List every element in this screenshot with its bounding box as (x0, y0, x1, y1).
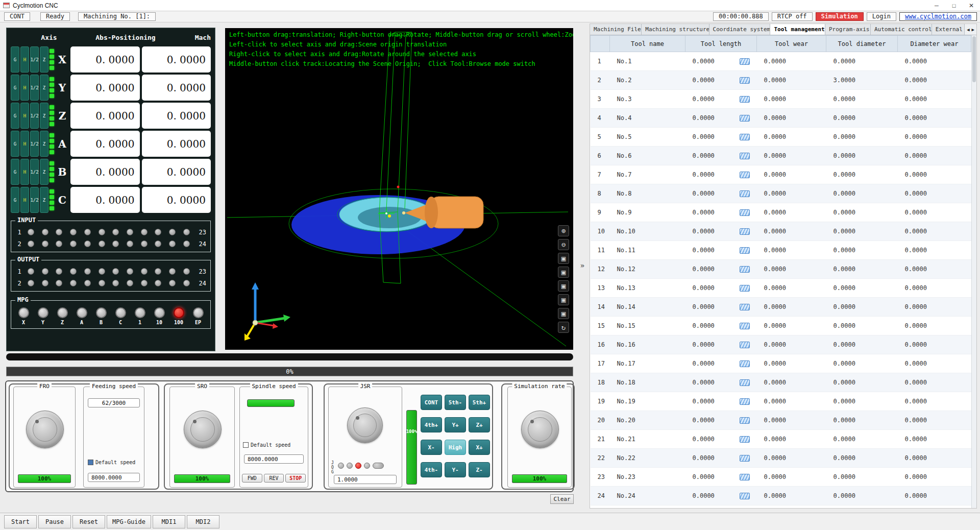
axis-mode-button-1-2[interactable]: 1/2 (30, 159, 39, 185)
jog-button-xplus[interactable]: X+ (469, 440, 490, 455)
panel-splitter[interactable]: » (578, 23, 586, 508)
simulation-rate-knob[interactable] (521, 411, 559, 448)
tab-prev-icon[interactable]: ◀ (966, 26, 970, 33)
tool-table-row[interactable]: 5No.50.00000.00000.00000.0000 (591, 128, 971, 147)
jog-button-cont[interactable]: CONT (421, 395, 442, 410)
measure-icon[interactable] (740, 417, 750, 424)
jog-button-4thminus[interactable]: 4th- (421, 462, 442, 477)
measure-icon[interactable] (740, 58, 750, 65)
axis-mode-button-g[interactable]: G (11, 131, 19, 157)
simulation-button[interactable]: Simulation (816, 12, 864, 21)
tool-table-row[interactable]: 17No.170.00000.00000.00000.0000 (591, 354, 971, 373)
axis-mode-button-g[interactable]: G (11, 159, 19, 185)
mdi1-button[interactable]: MDI1 (153, 515, 185, 528)
zoom-in-icon[interactable]: ⊕ (558, 225, 569, 236)
measure-icon[interactable] (740, 247, 750, 254)
jsr-knob[interactable] (347, 407, 383, 443)
axis-mode-button-z[interactable]: Z (40, 103, 48, 129)
tab-coordinate-system[interactable]: Coordinate system (709, 24, 771, 35)
tool-table-row[interactable]: 8No.80.00000.00000.00000.0000 (591, 184, 971, 203)
axis-mode-button-z[interactable]: Z (40, 131, 48, 157)
axis-mode-button-1-2[interactable]: 1/2 (30, 187, 39, 213)
mpg-button-a[interactable]: A (74, 307, 90, 325)
pause-button[interactable]: Pause (38, 515, 71, 528)
measure-icon[interactable] (740, 228, 750, 235)
spindle-default-checkbox[interactable] (243, 442, 249, 448)
axis-mode-button-h[interactable]: H (20, 103, 29, 129)
jsr-step-value[interactable]: 1.0000 (334, 475, 397, 484)
mpg-button-100[interactable]: 100 (170, 307, 187, 325)
table-scrollbar-thumb[interactable] (972, 36, 976, 82)
measure-icon[interactable] (740, 96, 750, 103)
copy-icon[interactable]: ▣ (558, 294, 569, 305)
jog-button-high[interactable]: High (445, 440, 466, 455)
start-button[interactable]: Start (4, 515, 37, 528)
mpg-button-x[interactable]: X (15, 307, 32, 325)
axis-mode-button-h[interactable]: H (20, 46, 29, 73)
mpg-button-1[interactable]: 1 (132, 307, 148, 325)
axis-mode-button-1-2[interactable]: 1/2 (30, 75, 39, 101)
tool-table-row[interactable]: 20No.200.00000.00000.00000.0000 (591, 411, 971, 430)
tool-table-row[interactable]: 13No.130.00000.00000.00000.0000 (591, 279, 971, 298)
tab-machining-structure[interactable]: Machining structure (642, 24, 709, 35)
jog-button-xminus[interactable]: X- (421, 440, 442, 455)
maximize-icon[interactable]: □ (945, 0, 963, 11)
measure-icon[interactable] (740, 285, 750, 292)
spindle-rev-button[interactable]: REV (264, 474, 284, 483)
tool-table-row[interactable]: 12No.120.00000.00000.00000.0000 (591, 260, 971, 279)
measure-icon[interactable] (740, 266, 750, 273)
measure-icon[interactable] (740, 134, 750, 140)
jog-button-yplus[interactable]: Y+ (445, 417, 466, 432)
tab-tool-management[interactable]: Tool management (770, 24, 825, 35)
measure-icon[interactable] (740, 304, 750, 310)
mpg-button-y[interactable]: Y (35, 307, 51, 325)
tool-table-row[interactable]: 19No.190.00000.00000.00000.0000 (591, 392, 971, 411)
axis-mode-button-1-2[interactable]: 1/2 (30, 46, 39, 73)
measure-icon[interactable] (740, 474, 750, 480)
mpg-button-z[interactable]: Z (54, 307, 70, 325)
mpg-button-c[interactable]: C (112, 307, 129, 325)
fro-knob[interactable] (26, 411, 64, 448)
feeding-default-value[interactable]: 8000.0000 (88, 473, 140, 482)
mpg-button-ep[interactable]: EP (190, 307, 206, 325)
jog-button-4thplus[interactable]: 4th+ (421, 417, 442, 432)
axis-mode-button-g[interactable]: G (11, 75, 19, 101)
measure-icon[interactable] (740, 455, 750, 462)
tool-table-row[interactable]: 4No.40.00000.00000.00000.0000 (591, 109, 971, 128)
axis-mode-button-h[interactable]: H (20, 187, 29, 213)
tool-table-row[interactable]: 3No.30.00000.00000.00000.0000 (591, 90, 971, 109)
axis-mode-button-h[interactable]: H (20, 159, 29, 185)
login-button[interactable]: Login (867, 12, 896, 21)
spindle-fwd-button[interactable]: FWD (242, 474, 262, 483)
measure-icon[interactable] (740, 190, 750, 197)
feeding-default-checkbox[interactable] (88, 460, 93, 465)
axis-mode-button-z[interactable]: Z (40, 187, 48, 213)
spindle-default-value[interactable]: 8000.0000 (244, 454, 304, 464)
axis-mode-button-1-2[interactable]: 1/2 (30, 131, 39, 157)
tool-table-row[interactable]: 9No.90.00000.00000.00000.0000 (591, 203, 971, 222)
copy-icon[interactable]: ▣ (558, 308, 569, 319)
tab-external[interactable]: External (932, 24, 965, 35)
jog-button-yminus[interactable]: Y- (445, 462, 466, 477)
rtcp-toggle[interactable]: RTCP off (772, 12, 813, 21)
mpg-guide-button[interactable]: MPG-Guide (107, 515, 151, 528)
mpg-button-b[interactable]: B (93, 307, 109, 325)
measure-icon[interactable] (740, 172, 750, 178)
tool-table-row[interactable]: 15No.150.00000.00000.00000.0000 (591, 317, 971, 335)
tool-table-row[interactable]: 11No.110.00000.00000.00000.0000 (591, 241, 971, 260)
measure-icon[interactable] (740, 115, 750, 122)
tool-table-row[interactable]: 22No.220.00000.00000.00000.0000 (591, 449, 971, 468)
copy-icon[interactable]: ▣ (558, 253, 569, 264)
tab-program-axis[interactable]: Program-axis (825, 24, 871, 35)
measure-icon[interactable] (740, 209, 750, 216)
clear-button[interactable]: Clear (550, 494, 574, 504)
axis-mode-button-z[interactable]: Z (40, 75, 48, 101)
axis-mode-button-z[interactable]: Z (40, 46, 48, 73)
tool-table-row[interactable]: 18No.180.00000.00000.00000.0000 (591, 373, 971, 392)
copy-icon[interactable]: ▣ (558, 267, 569, 278)
axis-mode-button-1-2[interactable]: 1/2 (30, 103, 39, 129)
tool-table-row[interactable]: 21No.210.00000.00000.00000.0000 (591, 430, 971, 449)
jog-button-5thplus[interactable]: 5th+ (469, 395, 490, 410)
measure-icon[interactable] (740, 379, 750, 386)
measure-icon[interactable] (740, 436, 750, 443)
